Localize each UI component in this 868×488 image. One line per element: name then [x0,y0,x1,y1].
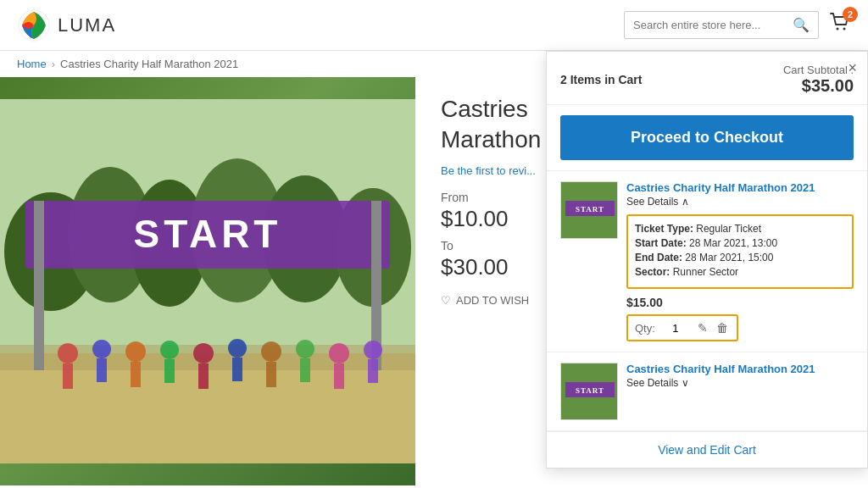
cart-dropdown-header: 2 Items in Cart Cart Subtotal : $35.00 [547,52,867,105]
chevron-down-icon: ∨ [682,377,689,389]
svg-point-32 [329,343,349,363]
svg-rect-27 [232,358,242,381]
svg-point-34 [364,341,382,359]
svg-rect-31 [300,358,310,382]
svg-rect-14 [34,201,44,370]
cart-item-price: $15.00 [626,296,854,309]
svg-point-24 [193,343,214,363]
cart-item-thumbnail: START [560,363,618,420]
ticket-details-box: Ticket Type: Regular Ticket Start Date: … [626,214,854,289]
cart-item: START Castries Charity Half Marathon 202… [547,171,867,352]
search-bar[interactable]: 🔍 [624,11,819,39]
chevron-up-icon: ∧ [682,196,689,208]
qty-label: Qty: [635,322,655,335]
cart-item: START Castries Charity Half Marathon 202… [547,352,867,431]
cart-thumb-image-2: START [561,363,618,420]
search-button[interactable]: 🔍 [793,17,810,33]
svg-text:START: START [134,212,282,256]
see-details-toggle[interactable]: See Details ∧ [626,196,854,208]
logo-text: LUMA [58,14,116,36]
svg-point-20 [125,341,146,362]
breadcrumb-separator: › [52,58,55,70]
logo-area[interactable]: LUMA [17,8,116,42]
search-input[interactable] [633,19,793,31]
cart-item-details: Castries Charity Half Marathon 2021 See … [626,181,854,341]
product-image: START [0,77,415,485]
qty-delete-button[interactable]: 🗑 [715,319,730,336]
cart-thumb-image: START [561,182,618,239]
cart-badge: 2 [843,7,858,22]
svg-point-1 [837,27,839,30]
svg-rect-35 [368,359,378,383]
cart-item-thumbnail: START [560,181,618,239]
site-header: LUMA 🔍 2 [0,0,868,51]
svg-rect-25 [198,363,209,389]
svg-point-2 [843,27,846,30]
product-image-svg: START [0,77,415,485]
luma-logo-icon [17,8,51,42]
cart-item-name[interactable]: Castries Charity Half Marathon 2021 [626,181,854,194]
start-date-row: Start Date: 28 Mar 2021, 13:00 [635,237,845,249]
svg-rect-21 [131,362,141,387]
svg-point-16 [58,343,78,363]
cart-items-list: START Castries Charity Half Marathon 202… [547,170,867,431]
cart-subtotal-label: Cart Subtotal : [783,64,854,76]
svg-point-30 [296,340,314,358]
breadcrumb-current: Castries Charity Half Marathon 2021 [60,58,238,70]
end-date-row: End Date: 28 Mar 2021, 15:00 [635,252,845,263]
cart-footer: View and Edit Cart [547,431,867,468]
svg-point-22 [160,341,179,359]
see-details-toggle-2[interactable]: See Details ∨ [626,377,854,389]
svg-text:START: START [576,205,604,214]
cart-button[interactable]: 2 [829,12,851,39]
cart-item-details-2: Castries Charity Half Marathon 2021 See … [626,363,854,420]
svg-rect-19 [97,358,107,382]
svg-rect-33 [334,363,344,389]
ticket-type-row: Ticket Type: Regular Ticket [635,223,845,235]
cart-items-count: 2 Items in Cart [560,73,642,86]
svg-point-28 [261,341,281,362]
cart-subtotal-area: Cart Subtotal : $35.00 [783,64,854,96]
cart-subtotal-value: $35.00 [783,76,854,96]
sector-row: Sector: Runner Sector [635,266,845,278]
svg-rect-17 [63,363,73,389]
checkout-button[interactable]: Proceed to Checkout [560,115,854,160]
breadcrumb-home[interactable]: Home [17,58,47,70]
qty-input[interactable] [660,322,691,335]
svg-point-18 [92,340,111,358]
cart-dropdown: × 2 Items in Cart Cart Subtotal : $35.00… [546,51,868,469]
cart-item-name-2[interactable]: Castries Charity Half Marathon 2021 [626,363,854,375]
header-right: 🔍 2 [624,11,851,39]
svg-point-26 [228,339,247,358]
svg-rect-29 [266,362,276,387]
svg-rect-23 [164,359,175,383]
view-cart-link[interactable]: View and Edit Cart [658,443,756,457]
qty-edit-button[interactable]: ✎ [696,319,709,336]
heart-icon: ♡ [441,294,451,307]
svg-text:START: START [576,386,604,395]
qty-row: Qty: ✎ 🗑 [626,314,738,341]
cart-close-button[interactable]: × [848,60,857,75]
